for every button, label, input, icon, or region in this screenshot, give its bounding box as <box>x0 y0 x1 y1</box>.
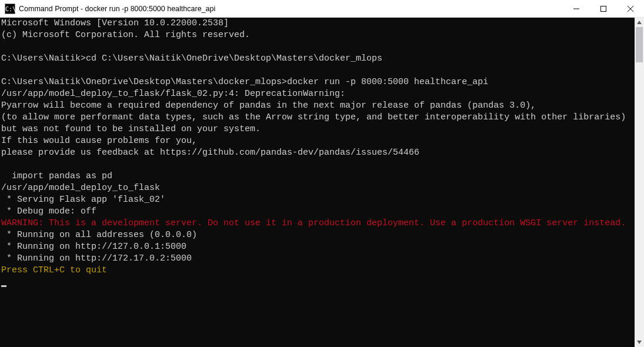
terminal-line: * Debug mode: off <box>1 206 635 218</box>
terminal-line: * Running on http://127.0.0.1:5000 <box>1 241 635 253</box>
minimize-button[interactable] <box>563 0 590 18</box>
terminal-line <box>1 159 635 171</box>
terminal-line: (c) Microsoft Corporation. All rights re… <box>1 29 635 41</box>
terminal-line: WARNING: This is a development server. D… <box>1 218 635 229</box>
terminal-line: but was not found to be installed on you… <box>1 124 635 135</box>
terminal-line: /usr/app/model_deploy_to_flask <box>1 182 635 194</box>
terminal-line: If this would cause problems for you, <box>1 135 635 147</box>
svg-marker-4 <box>637 21 642 24</box>
close-button[interactable] <box>617 0 644 18</box>
scroll-up-arrow-icon[interactable] <box>635 18 644 27</box>
scroll-down-arrow-icon[interactable] <box>635 338 644 347</box>
window-title: Command Prompt - docker run -p 8000:5000… <box>19 5 215 13</box>
terminal-line <box>1 65 635 76</box>
terminal-line: /usr/app/model_deploy_to_flask/flask_02.… <box>1 88 635 100</box>
titlebar[interactable]: C:\ Command Prompt - docker run -p 8000:… <box>0 0 644 18</box>
terminal-line: * Running on all addresses (0.0.0.0) <box>1 229 635 241</box>
svg-marker-5 <box>637 341 642 344</box>
terminal-line: Microsoft Windows [Version 10.0.22000.25… <box>1 18 635 29</box>
terminal-wrap: Microsoft Windows [Version 10.0.22000.25… <box>0 18 644 347</box>
maximize-button[interactable] <box>590 0 617 18</box>
terminal-cursor-line <box>1 276 635 288</box>
terminal-line: * Serving Flask app 'flask_02' <box>1 194 635 206</box>
scrollbar-thumb[interactable] <box>636 27 643 62</box>
cursor-icon <box>1 285 6 287</box>
app-icon: C:\ <box>5 4 15 14</box>
terminal-line: C:\Users\Naitik\OneDrive\Desktop\Masters… <box>1 76 635 88</box>
terminal-line: please provide us feedback at https://gi… <box>1 147 635 159</box>
terminal-line: Pyarrow will become a required dependenc… <box>1 100 635 112</box>
vertical-scrollbar[interactable] <box>635 18 644 347</box>
terminal-line <box>1 41 635 53</box>
terminal-line: Press CTRL+C to quit <box>1 265 635 276</box>
terminal-output[interactable]: Microsoft Windows [Version 10.0.22000.25… <box>0 18 635 347</box>
terminal-line: * Running on http://172.17.0.2:5000 <box>1 253 635 265</box>
command-prompt-window: C:\ Command Prompt - docker run -p 8000:… <box>0 0 644 347</box>
terminal-line: C:\Users\Naitik>cd C:\Users\Naitik\OneDr… <box>1 53 635 65</box>
svg-rect-1 <box>601 6 606 11</box>
terminal-line: import pandas as pd <box>1 171 635 182</box>
terminal-line: (to allow more performant data types, su… <box>1 112 635 124</box>
